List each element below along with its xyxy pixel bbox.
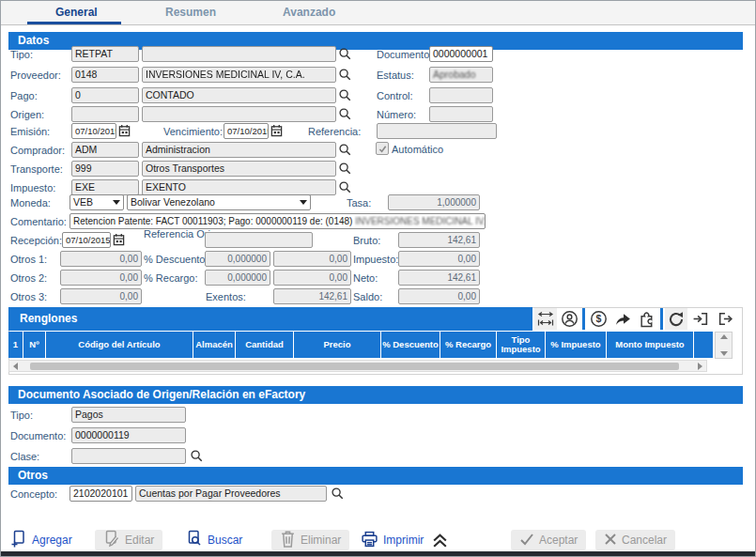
- document-form-window: General Resumen Avanzado Datos Tipo: RET…: [0, 0, 756, 557]
- referencia-origen-label: Referencia Origen:: [144, 229, 198, 240]
- transporte-name-field: Otros Transportes: [142, 161, 336, 177]
- cancelar-button[interactable]: Cancelar: [595, 530, 675, 550]
- import-icon[interactable]: [689, 308, 712, 330]
- refresh-icon[interactable]: [665, 308, 687, 330]
- monto-descuento-field: 0,00: [273, 251, 351, 267]
- origen-search-icon[interactable]: [338, 107, 352, 121]
- referencia-label: Referencia:: [308, 126, 361, 137]
- tab-avanzado[interactable]: Avanzado: [283, 6, 335, 19]
- window-bottom-edge: [1, 551, 755, 557]
- doc-tipo-field: Pagos: [71, 407, 186, 423]
- editar-button[interactable]: Editar: [95, 530, 162, 550]
- otros2-label: Otros 2:: [10, 272, 47, 284]
- origen-code-field: [71, 106, 139, 122]
- forward-icon[interactable]: [611, 308, 634, 330]
- monto-recargo-field: 0,00: [273, 270, 351, 286]
- doc-clase-label: Clase:: [10, 451, 39, 462]
- otros1-field: 0,00: [60, 251, 142, 267]
- impuesto-total-label: Impuesto:: [353, 254, 398, 265]
- export-icon[interactable]: [715, 308, 737, 330]
- contact-icon[interactable]: [558, 308, 580, 330]
- pago-label: Pago:: [10, 90, 38, 101]
- doc-documento-label: Documento:: [10, 430, 66, 441]
- pago-search-icon[interactable]: [338, 88, 352, 102]
- scroll-right-icon[interactable]: [698, 363, 702, 370]
- scroll-left-icon[interactable]: [13, 363, 18, 370]
- tab-general[interactable]: General: [55, 6, 98, 19]
- column-header-pct-descuento: % Descuento: [381, 332, 440, 358]
- buscar-button[interactable]: Buscar: [186, 530, 242, 550]
- emision-date-field[interactable]: 07/10/2015: [71, 123, 116, 139]
- concepto-code-field[interactable]: 2102020101: [69, 486, 132, 502]
- scroll-down-icon[interactable]: [720, 351, 728, 356]
- proveedor-search-icon[interactable]: [338, 68, 352, 82]
- referencia-field: [377, 123, 497, 139]
- origen-name-field: [142, 106, 336, 122]
- impuesto-code-field: EXE: [71, 179, 139, 195]
- recepcion-calendar-icon[interactable]: [113, 233, 125, 246]
- vencimiento-calendar-icon[interactable]: [270, 124, 283, 137]
- automatico-checkbox[interactable]: [376, 142, 389, 155]
- tipo-search-icon[interactable]: [338, 47, 352, 61]
- agregar-button[interactable]: Agregar: [10, 530, 72, 550]
- proveedor-name-field: INVERSIONES MEDICINAL IV, C.A.: [142, 67, 336, 83]
- comprador-search-icon[interactable]: [338, 143, 352, 157]
- doc-tipo-label: Tipo:: [10, 410, 33, 421]
- transporte-search-icon[interactable]: [338, 162, 352, 176]
- section-header-renglones: Renglones: [8, 307, 532, 331]
- concepto-search-icon[interactable]: [331, 487, 345, 501]
- transporte-label: Transporte:: [10, 163, 63, 175]
- referencia-origen-field: [205, 232, 313, 248]
- moneda-name-select[interactable]: Bolivar Venezolano: [127, 194, 311, 210]
- grid-horizontal-scrollbar[interactable]: [8, 360, 707, 372]
- tasa-label: Tasa:: [347, 197, 371, 209]
- moneda-code-select[interactable]: VEB: [69, 194, 124, 210]
- numero-label: Número:: [377, 109, 416, 120]
- documento-label: Documento:: [377, 49, 432, 60]
- imprimir-button[interactable]: Imprimir: [361, 530, 424, 550]
- scroll-up-icon[interactable]: [720, 334, 728, 339]
- plugin-icon[interactable]: [636, 308, 658, 330]
- add-document-icon: [10, 530, 27, 550]
- proveedor-code-field: 0148: [71, 67, 139, 83]
- column-header-pct-impuesto: % Impuesto: [546, 332, 607, 358]
- aceptar-button[interactable]: Aceptar: [511, 530, 586, 550]
- exentos-field: 142,61: [273, 288, 351, 304]
- estatus-label: Estatus:: [377, 70, 414, 81]
- doc-clase-search-icon[interactable]: [190, 449, 204, 463]
- otros3-label: Otros 3:: [10, 291, 47, 302]
- pct-recargo-label: % Recargo:: [144, 272, 197, 284]
- moneda-label: Moneda:: [10, 197, 51, 209]
- saldo-field: 0,00: [398, 288, 480, 304]
- pct-descuento-field: 0,000000: [205, 251, 270, 267]
- active-tab-underline: [27, 22, 121, 24]
- tipo-name-field: [142, 46, 336, 62]
- documento-field[interactable]: 0000000001: [429, 46, 493, 62]
- pct-descuento-label: % Descuento:: [144, 254, 208, 265]
- scrollbar-thumb[interactable]: [30, 363, 679, 370]
- comentario-field[interactable]: Retencion Patente: FACT 00011903; Pago: …: [69, 213, 486, 229]
- resize-columns-icon[interactable]: [534, 308, 557, 330]
- chevron-down-icon: [113, 200, 120, 205]
- currency-icon[interactable]: $: [587, 308, 609, 330]
- column-header-codigo-articulo: Código del Artículo: [46, 332, 193, 358]
- comentario-label: Comentario:: [10, 216, 67, 227]
- toolbar-separator: [582, 308, 585, 330]
- comprador-label: Comprador:: [10, 145, 65, 156]
- vencimiento-date-field[interactable]: 07/10/2015: [224, 123, 269, 139]
- trash-icon: [280, 530, 296, 550]
- tipo-code-field: RETPAT: [71, 46, 139, 62]
- otros1-label: Otros 1:: [10, 254, 47, 265]
- impuesto-search-icon[interactable]: [338, 180, 352, 194]
- section-header-doc-asociado: Documento Asociado de Origen/Relación en…: [8, 386, 743, 404]
- tab-resumen[interactable]: Resumen: [165, 6, 216, 19]
- column-header-cantidad: Cantidad: [236, 332, 294, 358]
- column-header-almacen: Almacén: [193, 332, 236, 358]
- eliminar-button[interactable]: Eliminar: [271, 530, 349, 550]
- collapse-toolbar-icon[interactable]: [431, 533, 449, 549]
- printer-icon: [361, 531, 378, 550]
- recepcion-date-field[interactable]: 07/10/2015: [62, 232, 111, 248]
- section-header-otros: Otros: [8, 467, 743, 485]
- emision-calendar-icon[interactable]: [118, 124, 131, 137]
- grid-vertical-scrollbar[interactable]: [715, 332, 733, 359]
